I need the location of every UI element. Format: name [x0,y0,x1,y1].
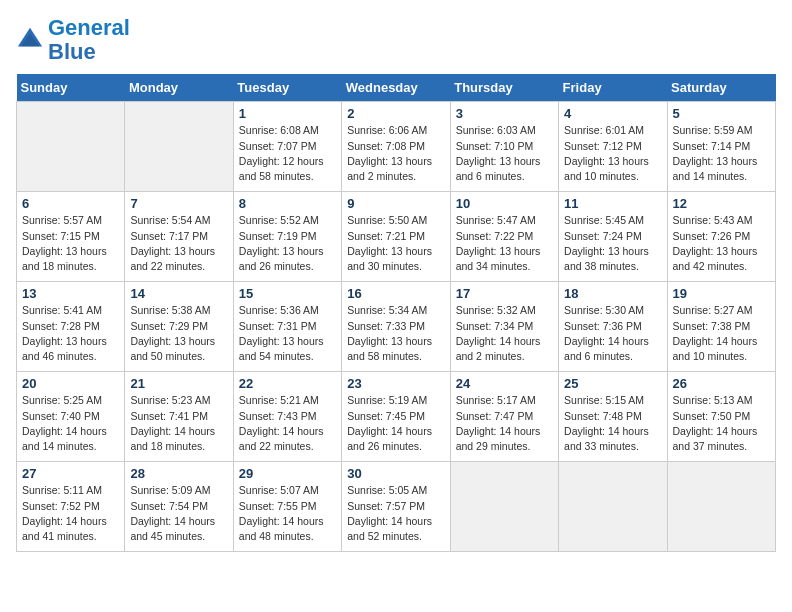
day-info: Sunrise: 5:07 AMSunset: 7:55 PMDaylight:… [239,483,336,544]
weekday-header: Tuesday [233,74,341,102]
day-number: 21 [130,376,227,391]
day-info: Sunrise: 5:27 AMSunset: 7:38 PMDaylight:… [673,303,770,364]
day-info: Sunrise: 5:57 AMSunset: 7:15 PMDaylight:… [22,213,119,274]
calendar-day-cell: 29Sunrise: 5:07 AMSunset: 7:55 PMDayligh… [233,462,341,552]
calendar-day-cell: 22Sunrise: 5:21 AMSunset: 7:43 PMDayligh… [233,372,341,462]
calendar-day-cell: 4Sunrise: 6:01 AMSunset: 7:12 PMDaylight… [559,102,667,192]
calendar-day-cell: 16Sunrise: 5:34 AMSunset: 7:33 PMDayligh… [342,282,450,372]
calendar-day-cell: 30Sunrise: 5:05 AMSunset: 7:57 PMDayligh… [342,462,450,552]
calendar-day-cell [17,102,125,192]
weekday-header: Sunday [17,74,125,102]
calendar-week-row: 20Sunrise: 5:25 AMSunset: 7:40 PMDayligh… [17,372,776,462]
day-number: 18 [564,286,661,301]
calendar-day-cell: 3Sunrise: 6:03 AMSunset: 7:10 PMDaylight… [450,102,558,192]
day-number: 3 [456,106,553,121]
calendar-day-cell: 1Sunrise: 6:08 AMSunset: 7:07 PMDaylight… [233,102,341,192]
day-number: 14 [130,286,227,301]
calendar-day-cell: 28Sunrise: 5:09 AMSunset: 7:54 PMDayligh… [125,462,233,552]
calendar-day-cell: 12Sunrise: 5:43 AMSunset: 7:26 PMDayligh… [667,192,775,282]
calendar-day-cell: 14Sunrise: 5:38 AMSunset: 7:29 PMDayligh… [125,282,233,372]
weekday-header: Saturday [667,74,775,102]
calendar-week-row: 6Sunrise: 5:57 AMSunset: 7:15 PMDaylight… [17,192,776,282]
calendar-day-cell [450,462,558,552]
day-number: 28 [130,466,227,481]
day-number: 25 [564,376,661,391]
day-number: 11 [564,196,661,211]
weekday-header: Wednesday [342,74,450,102]
calendar-week-row: 13Sunrise: 5:41 AMSunset: 7:28 PMDayligh… [17,282,776,372]
day-info: Sunrise: 5:54 AMSunset: 7:17 PMDaylight:… [130,213,227,274]
day-info: Sunrise: 5:15 AMSunset: 7:48 PMDaylight:… [564,393,661,454]
day-number: 7 [130,196,227,211]
logo-icon [16,26,44,54]
day-info: Sunrise: 5:45 AMSunset: 7:24 PMDaylight:… [564,213,661,274]
calendar-day-cell: 19Sunrise: 5:27 AMSunset: 7:38 PMDayligh… [667,282,775,372]
calendar-day-cell [559,462,667,552]
day-info: Sunrise: 5:47 AMSunset: 7:22 PMDaylight:… [456,213,553,274]
calendar-day-cell: 23Sunrise: 5:19 AMSunset: 7:45 PMDayligh… [342,372,450,462]
day-info: Sunrise: 5:52 AMSunset: 7:19 PMDaylight:… [239,213,336,274]
day-number: 27 [22,466,119,481]
day-number: 10 [456,196,553,211]
logo-text: General Blue [48,16,130,64]
day-info: Sunrise: 5:13 AMSunset: 7:50 PMDaylight:… [673,393,770,454]
calendar-table: SundayMondayTuesdayWednesdayThursdayFrid… [16,74,776,552]
day-number: 16 [347,286,444,301]
calendar-day-cell: 25Sunrise: 5:15 AMSunset: 7:48 PMDayligh… [559,372,667,462]
calendar-day-cell: 24Sunrise: 5:17 AMSunset: 7:47 PMDayligh… [450,372,558,462]
day-info: Sunrise: 5:34 AMSunset: 7:33 PMDaylight:… [347,303,444,364]
page-header: General Blue [16,16,776,64]
day-number: 5 [673,106,770,121]
day-number: 22 [239,376,336,391]
calendar-day-cell: 7Sunrise: 5:54 AMSunset: 7:17 PMDaylight… [125,192,233,282]
day-info: Sunrise: 5:23 AMSunset: 7:41 PMDaylight:… [130,393,227,454]
day-info: Sunrise: 5:36 AMSunset: 7:31 PMDaylight:… [239,303,336,364]
day-info: Sunrise: 5:05 AMSunset: 7:57 PMDaylight:… [347,483,444,544]
day-info: Sunrise: 6:03 AMSunset: 7:10 PMDaylight:… [456,123,553,184]
weekday-header: Monday [125,74,233,102]
day-info: Sunrise: 5:38 AMSunset: 7:29 PMDaylight:… [130,303,227,364]
calendar-week-row: 27Sunrise: 5:11 AMSunset: 7:52 PMDayligh… [17,462,776,552]
day-info: Sunrise: 5:32 AMSunset: 7:34 PMDaylight:… [456,303,553,364]
day-number: 9 [347,196,444,211]
day-info: Sunrise: 5:41 AMSunset: 7:28 PMDaylight:… [22,303,119,364]
day-number: 8 [239,196,336,211]
day-number: 13 [22,286,119,301]
day-number: 29 [239,466,336,481]
day-info: Sunrise: 6:08 AMSunset: 7:07 PMDaylight:… [239,123,336,184]
day-number: 30 [347,466,444,481]
day-number: 17 [456,286,553,301]
logo-general: General [48,15,130,40]
calendar-day-cell: 27Sunrise: 5:11 AMSunset: 7:52 PMDayligh… [17,462,125,552]
calendar-day-cell: 21Sunrise: 5:23 AMSunset: 7:41 PMDayligh… [125,372,233,462]
day-number: 6 [22,196,119,211]
calendar-day-cell [667,462,775,552]
day-info: Sunrise: 6:06 AMSunset: 7:08 PMDaylight:… [347,123,444,184]
calendar-day-cell: 11Sunrise: 5:45 AMSunset: 7:24 PMDayligh… [559,192,667,282]
day-info: Sunrise: 5:59 AMSunset: 7:14 PMDaylight:… [673,123,770,184]
day-number: 23 [347,376,444,391]
day-info: Sunrise: 5:17 AMSunset: 7:47 PMDaylight:… [456,393,553,454]
day-info: Sunrise: 5:50 AMSunset: 7:21 PMDaylight:… [347,213,444,274]
day-number: 2 [347,106,444,121]
weekday-header: Friday [559,74,667,102]
day-number: 19 [673,286,770,301]
day-info: Sunrise: 5:30 AMSunset: 7:36 PMDaylight:… [564,303,661,364]
day-number: 20 [22,376,119,391]
day-number: 4 [564,106,661,121]
day-info: Sunrise: 5:25 AMSunset: 7:40 PMDaylight:… [22,393,119,454]
day-number: 26 [673,376,770,391]
day-info: Sunrise: 5:09 AMSunset: 7:54 PMDaylight:… [130,483,227,544]
day-number: 12 [673,196,770,211]
day-number: 1 [239,106,336,121]
calendar-day-cell: 20Sunrise: 5:25 AMSunset: 7:40 PMDayligh… [17,372,125,462]
day-number: 24 [456,376,553,391]
logo: General Blue [16,16,130,64]
calendar-day-cell: 8Sunrise: 5:52 AMSunset: 7:19 PMDaylight… [233,192,341,282]
day-info: Sunrise: 5:11 AMSunset: 7:52 PMDaylight:… [22,483,119,544]
calendar-day-cell: 2Sunrise: 6:06 AMSunset: 7:08 PMDaylight… [342,102,450,192]
calendar-day-cell: 17Sunrise: 5:32 AMSunset: 7:34 PMDayligh… [450,282,558,372]
calendar-day-cell: 6Sunrise: 5:57 AMSunset: 7:15 PMDaylight… [17,192,125,282]
day-info: Sunrise: 5:19 AMSunset: 7:45 PMDaylight:… [347,393,444,454]
calendar-day-cell: 18Sunrise: 5:30 AMSunset: 7:36 PMDayligh… [559,282,667,372]
